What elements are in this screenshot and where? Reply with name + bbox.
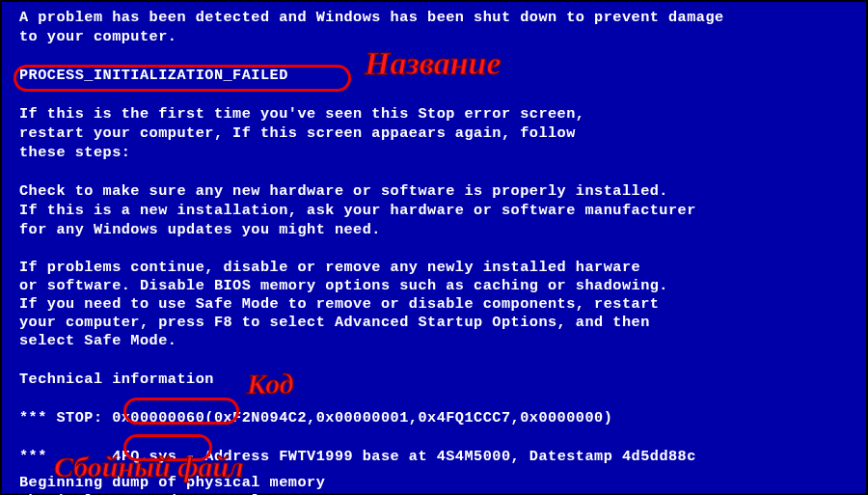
file-prefix: *** [19, 448, 112, 465]
file-suffix: - Address FWTV1999 base at 4S4M5000, Dat… [176, 448, 695, 465]
stop-code: 0x00000060 [112, 409, 204, 426]
bsod-text: your computer, press F8 to select Advanc… [19, 314, 853, 332]
bsod-screen: A problem has been detected and Windows … [2, 2, 866, 493]
bsod-tech-header: Technical information [19, 370, 853, 389]
bsod-stop-line: *** STOP: 0x00000060(0xF2N094C2,0x000000… [19, 408, 853, 427]
bsod-error-name: PROCESS_INITIALIZATION_FAILED [19, 66, 853, 85]
stop-prefix: *** STOP: [19, 409, 112, 426]
bsod-text: restart your computer, If this screen ap… [19, 124, 853, 143]
bsod-text: for any Windows updates you might need. [19, 220, 853, 239]
bsod-text: these steps: [19, 143, 853, 162]
bsod-text: or software. Disable BIOS memory options… [19, 277, 853, 295]
bsod-text: select Safe Mode. [19, 332, 853, 350]
bsod-text: Beginning dump of physical memory [19, 474, 853, 492]
bsod-text: If you need to use Safe Mode to remove o… [19, 295, 853, 314]
bsod-text: to your computer. [19, 27, 853, 46]
file-name: 4FQ.sys [112, 448, 176, 465]
bsod-file-line: *** 4FQ.sys - Address FWTV1999 base at 4… [19, 447, 853, 466]
bsod-text: If this is a new installation, ask your … [19, 201, 853, 220]
bsod-text: If this is the first time you've seen th… [19, 104, 853, 124]
stop-params: (0xF2N094C2,0x00000001,0x4FQ1CCC7,0x0000… [204, 409, 612, 426]
bsod-text: Check to make sure any new hardware or s… [19, 181, 853, 201]
bsod-text: A problem has been detected and Windows … [19, 8, 853, 27]
bsod-text: If problems continue, disable or remove … [19, 259, 853, 277]
